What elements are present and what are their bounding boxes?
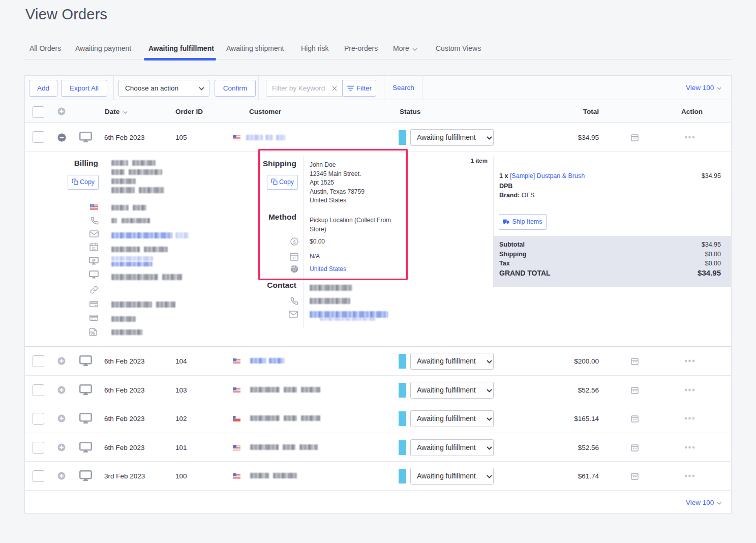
svg-text:A: A [91, 317, 93, 320]
svg-text:31: 31 [92, 247, 96, 250]
svg-text:IP: IP [92, 259, 96, 262]
